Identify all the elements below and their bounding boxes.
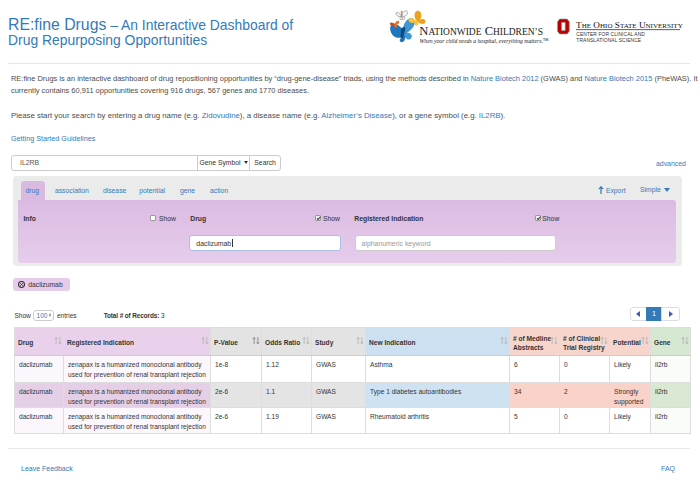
svg-text:CENTER FOR CLINICAL AND: CENTER FOR CLINICAL AND [576, 32, 645, 37]
svg-text:When your child needs a hospit: When your child needs a hospital, everyt… [420, 36, 550, 44]
svg-text:THE OHIO STATE UNIVERSITY: THE OHIO STATE UNIVERSITY [576, 20, 683, 30]
svg-text:TRANSLATIONAL SCIENCE: TRANSLATIONAL SCIENCE [576, 38, 642, 43]
